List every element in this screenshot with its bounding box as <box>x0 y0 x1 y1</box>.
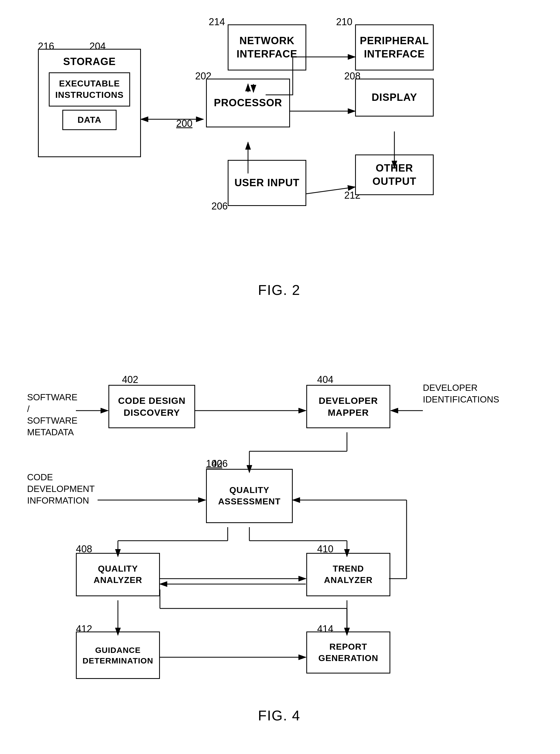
storage-box: STORAGE EXECUTABLE INSTRUCTIONS DATA <box>38 49 141 157</box>
quality-assessment-box: QUALITY ASSESSMENT <box>206 469 293 523</box>
fig2-title: FIG. 2 <box>258 282 300 298</box>
ref-214: 214 <box>209 16 225 28</box>
developer-identifications-label: DEVELOPER IDENTIFICATIONS <box>423 382 488 405</box>
code-design-box: CODE DESIGN DISCOVERY <box>108 385 195 428</box>
trend-analyzer-box: TREND ANALYZER <box>306 553 390 596</box>
quality-analyzer-box: QUALITY ANALYZER <box>76 553 160 596</box>
fig4-ref-404: 404 <box>317 374 334 385</box>
guidance-determination-box: GUIDANCE DETERMINATION <box>76 631 160 679</box>
other-output-box: OTHER OUTPUT <box>355 155 434 195</box>
fig4-ref-402: 402 <box>122 374 138 385</box>
exec-instructions-box: EXECUTABLE INSTRUCTIONS <box>49 73 130 106</box>
data-box: DATA <box>62 110 117 130</box>
display-box: DISPLAY <box>355 79 434 117</box>
software-metadata-label: SOFTWARE / SOFTWARE METADATA <box>27 392 76 438</box>
ref-206: 206 <box>212 201 228 212</box>
code-development-info-label: CODE DEVELOPMENT INFORMATION <box>27 472 92 507</box>
fig4-diagram: SOFTWARE / SOFTWARE METADATA DEVELOPER I… <box>22 339 537 726</box>
user-input-box: USER INPUT <box>228 160 306 206</box>
peripheral-interface-box: PERIPHERAL INTERFACE <box>355 24 434 70</box>
developer-mapper-box: DEVELOPER MAPPER <box>306 385 390 428</box>
report-generation-box: REPORT GENERATION <box>306 631 390 673</box>
fig2-diagram: 216 218 204 200 214 210 202 208 206 212 … <box>22 16 537 301</box>
ref-210: 210 <box>336 16 352 28</box>
page: 216 218 204 200 214 210 202 208 206 212 … <box>0 0 560 754</box>
network-interface-box: NETWORK INTERFACE <box>228 24 306 70</box>
processor-box: PROCESSOR <box>206 79 290 127</box>
fig4-title: FIG. 4 <box>258 707 300 724</box>
ref-200: 200 <box>176 118 193 129</box>
fig4-ref-406: 406 <box>212 458 228 469</box>
storage-label: STORAGE <box>39 55 140 68</box>
